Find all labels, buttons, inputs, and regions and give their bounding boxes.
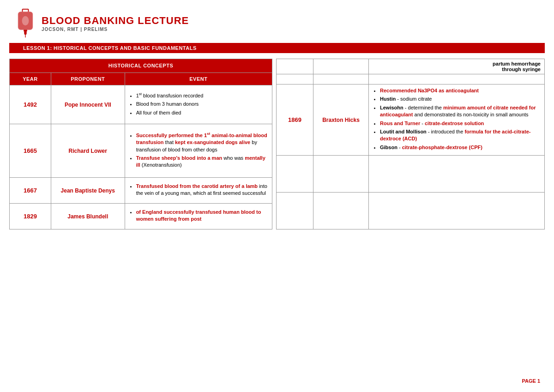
app-subtitle: JOCSON, RMT | PRELIMS xyxy=(42,27,189,32)
table-row: 1665 Richard Lower Successfully performe… xyxy=(10,124,272,178)
svg-point-5 xyxy=(22,16,29,25)
right-event-1869: Recommended Na3PO4 as anticoagulant Hust… xyxy=(369,84,545,156)
proponent-jean: Jean Baptiste Denys xyxy=(51,178,125,204)
table-row: 1829 James Blundell of England successfu… xyxy=(10,204,272,229)
right-data-row: 1869 Braxton Hicks Recommended Na3PO4 as… xyxy=(277,84,545,156)
table-header-row: YEAR PROPONENT EVENT xyxy=(10,72,272,85)
col-year: YEAR xyxy=(10,72,51,85)
blood-bag-icon xyxy=(14,8,37,38)
col-event: EVENT xyxy=(125,72,272,85)
header: BLOOD BANKING LECTURE JOCSON, RMT | PREL… xyxy=(0,0,554,43)
year-1829: 1829 xyxy=(10,204,51,229)
main-content: HISTORICAL CONCEPTS YEAR PROPONENT EVENT… xyxy=(9,59,545,229)
event-1829: of England successfully transfused human… xyxy=(125,204,272,229)
header-text: BLOOD BANKING LECTURE JOCSON, RMT | PREL… xyxy=(42,15,189,32)
lesson-banner: LESSON 1: HISTORICAL CONCEPTS AND BASIC … xyxy=(9,43,545,53)
right-subheader xyxy=(277,74,545,84)
proponent-pope: Pope Innocent VII xyxy=(51,85,125,124)
right-filler-1 xyxy=(277,156,545,193)
logo-area: BLOOD BANKING LECTURE JOCSON, RMT | PREL… xyxy=(14,8,189,38)
event-1665: Successfully performed the 1st animal-to… xyxy=(125,124,272,178)
year-1665: 1665 xyxy=(10,124,51,178)
page-number: PAGE 1 xyxy=(522,378,540,384)
proponent-richard: Richard Lower xyxy=(51,124,125,178)
app-title: BLOOD BANKING LECTURE xyxy=(42,15,189,27)
left-table: HISTORICAL CONCEPTS YEAR PROPONENT EVENT… xyxy=(9,59,272,229)
year-1492: 1492 xyxy=(10,85,51,124)
historical-concepts-header: HISTORICAL CONCEPTS xyxy=(10,59,272,73)
partum-note: partum hemorrhagethrough syringe xyxy=(369,59,545,74)
proponent-james: James Blundell xyxy=(51,204,125,229)
event-1492: 1st blood transfusion recorded Blood fro… xyxy=(125,85,272,124)
table-row: 1667 Jean Baptiste Denys Transfused bloo… xyxy=(10,178,272,204)
right-table: partum hemorrhagethrough syringe 1869 Br… xyxy=(276,59,545,229)
year-1667: 1667 xyxy=(10,178,51,204)
table-row: 1492 Pope Innocent VII 1st blood transfu… xyxy=(10,85,272,124)
right-filler-2 xyxy=(277,193,545,229)
right-header-empty: partum hemorrhagethrough syringe xyxy=(277,59,545,74)
col-proponent: PROPONENT xyxy=(51,72,125,85)
right-proponent-braxton: Braxton Hicks xyxy=(313,84,369,156)
svg-point-7 xyxy=(24,30,27,35)
event-1667: Transfused blood from the carotid artery… xyxy=(125,178,272,204)
right-year-1869: 1869 xyxy=(277,84,313,156)
